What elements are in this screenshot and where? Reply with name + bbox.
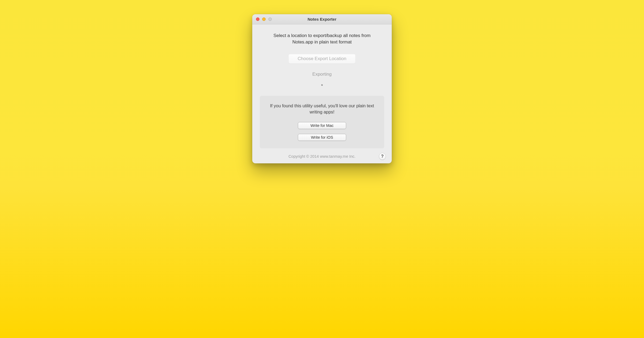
choose-export-location-button[interactable]: Choose Export Location	[288, 54, 356, 64]
traffic-lights	[252, 17, 272, 21]
close-icon[interactable]	[256, 17, 259, 21]
copyright-text: Copyright © 2014 www.tanmay.me Inc.	[288, 154, 356, 159]
promo-panel: If you found this utility useful, you'll…	[260, 96, 384, 148]
window-title: Notes Exporter	[252, 17, 392, 21]
spinner-icon	[319, 84, 325, 90]
write-for-ios-button[interactable]: Write for iOS	[298, 134, 346, 141]
promo-text: If you found this utility useful, you'll…	[265, 103, 379, 115]
zoom-icon	[268, 17, 272, 21]
titlebar: Notes Exporter	[252, 14, 392, 24]
app-window: Notes Exporter Select a location to expo…	[252, 14, 392, 163]
footer: Copyright © 2014 www.tanmay.me Inc. ?	[260, 154, 384, 159]
status-label: Exporting	[312, 72, 332, 77]
window-content: Select a location to export/backup all n…	[252, 24, 392, 163]
instruction-text: Select a location to export/backup all n…	[260, 32, 384, 45]
help-button[interactable]: ?	[379, 153, 386, 160]
write-for-mac-button[interactable]: Write for Mac	[298, 122, 346, 129]
minimize-icon[interactable]	[262, 17, 266, 21]
